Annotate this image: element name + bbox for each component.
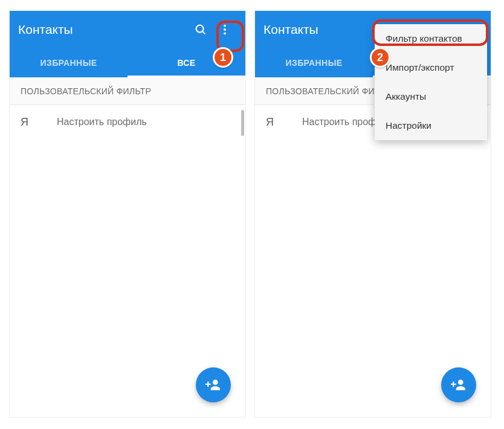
menu-settings[interactable]: Настройки	[375, 111, 487, 140]
overflow-menu-icon[interactable]	[213, 18, 237, 42]
filter-bar[interactable]: ПОЛЬЗОВАТЕЛЬСКИЙ ФИЛЬТР	[10, 77, 245, 105]
svg-point-3	[224, 28, 226, 31]
panels-container: Контакты ИЗБРАННЫЕ ВСЕ ПОЛЬЗОВАТЕЛЬСКИЙ …	[0, 0, 504, 429]
svg-rect-10	[451, 384, 456, 385]
profile-row[interactable]: Я Настроить профиль	[10, 105, 245, 139]
menu-contact-filter[interactable]: Фильтр контактов	[375, 24, 487, 53]
add-contact-fab[interactable]	[196, 367, 231, 402]
svg-point-0	[196, 25, 204, 33]
menu-import-export[interactable]: Импорт/экспорт	[375, 53, 487, 82]
badge-2: 2	[370, 47, 390, 68]
phone-panel-2: Контакты ИЗБРАННЫЕ ВСЕ ПОЛЬЗОВАТЕЛЬСКИЙ …	[255, 11, 491, 417]
search-icon[interactable]	[189, 18, 213, 42]
svg-point-5	[213, 379, 218, 385]
appbar: Контакты	[10, 11, 245, 48]
scrollbar[interactable]	[241, 110, 244, 136]
svg-point-8	[458, 379, 464, 385]
row-text: Настроить профиль	[57, 117, 147, 127]
svg-point-4	[224, 32, 226, 34]
tab-favorites[interactable]: ИЗБРАННЫЕ	[10, 48, 128, 77]
menu-accounts[interactable]: Аккаунты	[375, 82, 487, 111]
row-letter: Я	[21, 116, 57, 129]
add-contact-fab[interactable]	[441, 367, 476, 402]
badge-1: 1	[213, 47, 233, 68]
row-letter: Я	[266, 116, 302, 129]
app-title: Контакты	[18, 22, 189, 37]
tab-favorites[interactable]: ИЗБРАННЫЕ	[255, 48, 373, 77]
svg-rect-7	[205, 384, 211, 385]
overflow-dropdown: Фильтр контактов Импорт/экспорт Аккаунты…	[375, 24, 487, 140]
svg-line-1	[202, 31, 205, 34]
phone-panel-1: Контакты ИЗБРАННЫЕ ВСЕ ПОЛЬЗОВАТЕЛЬСКИЙ …	[10, 11, 245, 417]
tabs: ИЗБРАННЫЕ ВСЕ	[10, 48, 245, 77]
svg-point-2	[224, 25, 226, 27]
